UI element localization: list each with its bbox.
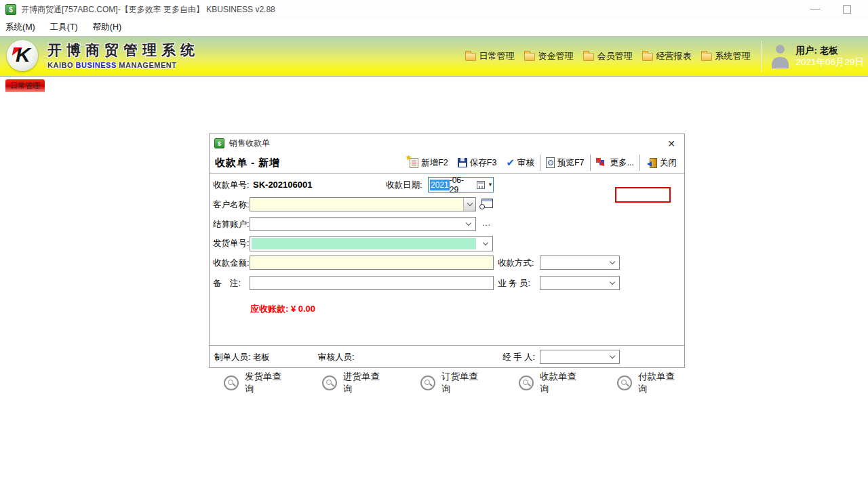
more-label: 更多... xyxy=(610,157,634,169)
user-info: 用户: 老板 2021年06月29日 xyxy=(795,45,864,68)
brand-subtitle: KAIBO BUSINESS MANAGEMENT xyxy=(47,61,199,69)
query-label: 发货单查询 xyxy=(245,371,290,395)
sales-receipt-dialog: $ 销售收款单 ✕ 收款单 - 新增 新增F2 保存F3 ✔ 审核 xyxy=(209,134,685,368)
nav-label: 资金管理 xyxy=(538,50,573,62)
amount-label: 收款金额: xyxy=(213,256,249,270)
preview-label: 预览F7 xyxy=(557,157,585,169)
window-title: 开博商贸通[757ABC.COM]-【更多效率 更多自由】 KBUSINESS … xyxy=(21,4,275,16)
query-receipt-orders[interactable]: 收款单查询 xyxy=(519,371,585,395)
app-icon: $ xyxy=(5,4,16,15)
receipt-no-value: SK-202106001 xyxy=(253,178,312,192)
query-shipment-orders[interactable]: 发货单查询 xyxy=(224,371,290,395)
customer-lookup-icon[interactable] xyxy=(481,199,493,208)
dialog-footer: 制单人员: 老板 审核人员: 经 手 人: xyxy=(210,345,684,368)
date-year-selected: 2021 xyxy=(430,180,450,190)
save-button[interactable]: 保存F3 xyxy=(453,154,502,171)
current-date: 2021年06月29日 xyxy=(795,56,864,68)
query-label: 订货单查询 xyxy=(441,371,487,395)
receipt-date-field[interactable]: 2021 -06-29 ▼ xyxy=(428,177,494,192)
chevron-down-icon[interactable] xyxy=(606,350,619,363)
salesman-combo[interactable] xyxy=(540,276,620,290)
nav-label: 系统管理 xyxy=(715,50,750,62)
auditor-label: 审核人员: xyxy=(318,350,354,365)
more-actions-icon xyxy=(596,158,608,168)
search-icon xyxy=(617,375,632,390)
query-purchase-orders[interactable]: 进货单查询 xyxy=(322,371,389,395)
dialog-icon: $ xyxy=(214,138,224,148)
audit-button[interactable]: ✔ 审核 xyxy=(501,154,539,171)
dialog-toolbar: 新增F2 保存F3 ✔ 审核 预览F7 更多... xyxy=(405,152,684,173)
menu-tools[interactable]: 工具(T) xyxy=(50,20,83,35)
nav-label: 会员管理 xyxy=(597,50,632,62)
chevron-down-icon[interactable] xyxy=(606,277,619,289)
chevron-down-icon[interactable] xyxy=(479,237,492,251)
toolbar-separator xyxy=(540,155,540,171)
query-payment-orders[interactable]: 付款单查询 xyxy=(617,371,684,395)
calendar-icon[interactable] xyxy=(477,181,485,189)
more-button[interactable]: 更多... xyxy=(591,154,639,171)
account-label: 结算账户: xyxy=(213,217,249,232)
chevron-down-icon[interactable] xyxy=(463,198,475,211)
red-highlight-box xyxy=(615,187,671,203)
nav-business-reports[interactable]: 经营报表 xyxy=(642,50,691,62)
audit-label: 审核 xyxy=(517,157,534,169)
nav-fund-management[interactable]: 资金管理 xyxy=(524,50,573,62)
close-label: 关闭 xyxy=(660,157,677,169)
chevron-down-icon[interactable] xyxy=(462,218,475,230)
method-combo[interactable] xyxy=(540,256,620,270)
minimize-button[interactable]: — xyxy=(809,2,821,14)
save-label: 保存F3 xyxy=(470,157,497,169)
search-icon xyxy=(322,375,337,390)
close-button[interactable]: 关闭 xyxy=(641,154,682,171)
handler-combo[interactable] xyxy=(540,350,620,364)
nav-member-management[interactable]: 会员管理 xyxy=(583,50,632,62)
customer-label: 客户名称: xyxy=(213,197,249,212)
shipment-label: 发货单号: xyxy=(213,236,249,251)
date-dropdown-arrow-icon[interactable]: ▼ xyxy=(488,182,493,188)
new-document-icon xyxy=(410,158,418,168)
note-input[interactable] xyxy=(250,276,494,290)
query-bar: 发货单查询 进货单查询 订货单查询 收款单查询 付款单查询 xyxy=(210,369,684,396)
receipt-no-label: 收款单号: xyxy=(213,178,249,192)
window-titlebar: $ 开博商贸通[757ABC.COM]-【更多效率 更多自由】 KBUSINES… xyxy=(0,0,868,19)
search-icon xyxy=(420,375,435,390)
chevron-down-icon[interactable] xyxy=(606,256,619,269)
shipment-combo[interactable] xyxy=(250,236,493,251)
new-button[interactable]: 新增F2 xyxy=(405,154,453,171)
nav-daily-management[interactable]: 日常管理 xyxy=(465,50,514,62)
folder-icon xyxy=(465,53,476,61)
brand-sub-business: BUSINESS xyxy=(76,61,117,69)
account-more-button[interactable]: ... xyxy=(482,218,491,228)
maximize-button[interactable] xyxy=(843,5,851,14)
brand-sub-management: MANAGEMENT xyxy=(119,61,176,69)
brand-header: K 开博商贸管理系统 KAIBO BUSINESS MANAGEMENT 日常管… xyxy=(0,36,868,77)
query-label: 付款单查询 xyxy=(638,371,684,395)
nav-system-management[interactable]: 系统管理 xyxy=(701,50,750,62)
query-booking-orders[interactable]: 订货单查询 xyxy=(420,371,487,395)
menu-system[interactable]: 系统(M) xyxy=(5,20,41,35)
toolbar-separator xyxy=(639,155,640,171)
app-window: $ 开博商贸通[757ABC.COM]-【更多效率 更多自由】 KBUSINES… xyxy=(0,0,868,488)
customer-combo[interactable] xyxy=(250,197,476,211)
folder-icon xyxy=(524,53,535,61)
kaibo-logo: K xyxy=(7,40,38,71)
account-combo[interactable] xyxy=(250,217,476,231)
logo-letter: K xyxy=(16,43,31,66)
preview-button[interactable]: 预览F7 xyxy=(541,154,589,171)
folder-icon xyxy=(642,53,653,61)
user-avatar-icon xyxy=(769,43,791,70)
query-label: 进货单查询 xyxy=(343,371,389,395)
menu-help[interactable]: 帮助(H) xyxy=(93,20,127,35)
amount-input[interactable] xyxy=(250,256,494,270)
header-divider xyxy=(762,41,762,72)
shipment-field-fill xyxy=(252,238,476,249)
tab-daily-management[interactable]: 日常管理 xyxy=(5,79,45,92)
checkmark-icon: ✔ xyxy=(506,158,515,167)
receipt-date-label: 收款日期: xyxy=(386,178,422,192)
brand-text: 开博商贸管理系统 KAIBO BUSINESS MANAGEMENT xyxy=(47,41,199,69)
search-icon xyxy=(519,375,534,390)
dialog-close-icon[interactable]: ✕ xyxy=(665,138,677,149)
search-icon xyxy=(224,375,239,390)
maker-value: 老板 xyxy=(253,350,270,365)
user-name: 用户: 老板 xyxy=(795,45,864,56)
